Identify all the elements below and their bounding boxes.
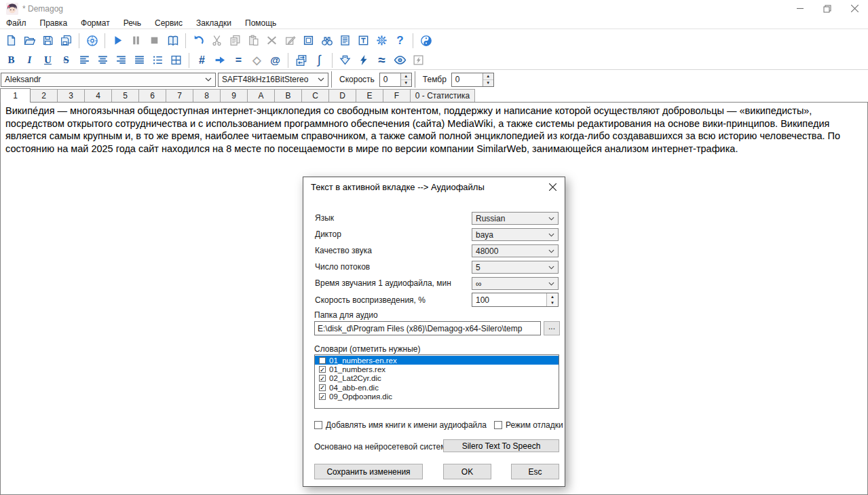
- playback-speed-spinner[interactable]: 100 ▲▼: [472, 293, 559, 307]
- open-file-button[interactable]: [20, 32, 39, 50]
- timbre-down-icon[interactable]: ▼: [483, 80, 493, 86]
- stop-button[interactable]: [145, 32, 164, 50]
- checkbox[interactable]: ✓: [319, 393, 326, 400]
- menu-format[interactable]: Формат: [74, 17, 117, 29]
- new-file-button[interactable]: [2, 32, 20, 50]
- menu-bookmarks[interactable]: Закладки: [189, 17, 238, 29]
- menu-file[interactable]: Файл: [0, 17, 33, 29]
- quality-select[interactable]: 48000: [472, 244, 559, 257]
- align-left-button[interactable]: [75, 52, 94, 69]
- tab-9[interactable]: 9: [220, 89, 248, 102]
- tab-7[interactable]: 7: [166, 89, 193, 102]
- timbre-spinner[interactable]: 0 ▲▼: [451, 73, 494, 87]
- speed-up-icon[interactable]: ▲: [547, 293, 558, 300]
- align-center-button[interactable]: [94, 52, 112, 69]
- tab-a[interactable]: A: [247, 89, 275, 102]
- checkbox[interactable]: ✓: [319, 384, 326, 391]
- checkbox[interactable]: ✓: [319, 375, 326, 382]
- tab-4[interactable]: 4: [84, 89, 112, 102]
- export-down-button[interactable]: [336, 52, 354, 69]
- title-bar[interactable]: * Demagog: [0, 0, 868, 17]
- justify-button[interactable]: [130, 52, 149, 69]
- help-button[interactable]: ?: [391, 32, 409, 50]
- voice-select[interactable]: Aleksandr: [1, 73, 216, 87]
- align-right-button[interactable]: [112, 52, 130, 69]
- integral-button[interactable]: ∫: [310, 52, 328, 69]
- duration-select[interactable]: ∞: [472, 277, 559, 290]
- checkbox[interactable]: [314, 421, 322, 429]
- speed-down-icon[interactable]: ▼: [401, 80, 411, 86]
- settings-button[interactable]: [373, 32, 391, 50]
- speed-up-icon[interactable]: ▲: [401, 73, 411, 80]
- dictionaries-list[interactable]: 01_numbers-en.rex ✓ 01_numbers.rex ✓ 02_…: [314, 354, 559, 409]
- paste-button[interactable]: [244, 32, 263, 50]
- close-button[interactable]: [841, 0, 868, 17]
- menu-edit[interactable]: Правка: [33, 17, 75, 29]
- save-button[interactable]: [39, 32, 57, 50]
- copy-replace-button[interactable]: [292, 52, 310, 69]
- list-item[interactable]: ✓ 09_Орфоэпия.dic: [315, 392, 559, 401]
- pause-button[interactable]: [127, 32, 145, 50]
- dialog-close-button[interactable]: [540, 177, 565, 197]
- list-item[interactable]: 01_numbers-en.rex: [315, 356, 559, 365]
- language-select[interactable]: Russian: [472, 212, 559, 225]
- at-button[interactable]: @: [266, 52, 284, 69]
- play-button[interactable]: [109, 32, 127, 50]
- yin-yang-button[interactable]: [417, 32, 435, 50]
- checkbox[interactable]: ✓: [319, 366, 326, 373]
- arrow-right-button[interactable]: [211, 52, 229, 69]
- menu-service[interactable]: Сервис: [148, 17, 189, 29]
- threads-select[interactable]: 5: [472, 261, 559, 274]
- tab-2[interactable]: 2: [30, 89, 58, 102]
- checkbox[interactable]: [319, 357, 326, 364]
- checkbox[interactable]: [494, 421, 502, 429]
- menu-speech[interactable]: Речь: [117, 17, 148, 29]
- folder-path-input[interactable]: E:\disk_d\Program Files (x86)\Demagog-x6…: [314, 321, 541, 335]
- frame-button[interactable]: [299, 32, 318, 50]
- menu-help[interactable]: Помощь: [238, 17, 283, 29]
- diamond-button[interactable]: ◇: [248, 52, 266, 69]
- find-button[interactable]: [318, 32, 336, 50]
- format-select[interactable]: SAFT48kHz16BitStereo: [218, 73, 328, 87]
- dialog-title-bar[interactable]: Текст в активной вкладке --> Аудиофайлы: [303, 177, 565, 197]
- append-book-name-checkbox[interactable]: Добавлять имя книги к имени аудиофайла: [314, 420, 487, 430]
- tab-c[interactable]: C: [301, 89, 329, 102]
- disc-button[interactable]: [83, 32, 101, 50]
- underline-button[interactable]: U: [39, 52, 57, 69]
- ok-button[interactable]: OK: [443, 464, 491, 479]
- copy-button[interactable]: [226, 32, 244, 50]
- tab-f[interactable]: F: [383, 89, 411, 102]
- tab-6[interactable]: 6: [138, 89, 166, 102]
- tab-1[interactable]: 1: [0, 88, 31, 103]
- restore-button[interactable]: [814, 0, 841, 17]
- undo-button[interactable]: [189, 32, 208, 50]
- list-item[interactable]: ✓ 02_Lat2Cyr.dic: [315, 374, 559, 383]
- tab-e[interactable]: E: [356, 89, 383, 102]
- tab-b[interactable]: B: [274, 89, 302, 102]
- browse-button[interactable]: ...: [544, 321, 560, 335]
- edit-button[interactable]: [281, 32, 299, 50]
- silero-button[interactable]: Silero Text To Speech: [443, 439, 559, 452]
- speaker-select[interactable]: baya: [472, 228, 559, 241]
- tab-3[interactable]: 3: [57, 89, 85, 102]
- list-item[interactable]: ✓ 01_numbers.rex: [315, 365, 559, 373]
- speed-spinner[interactable]: 0 ▲▼: [379, 73, 412, 87]
- tab-5[interactable]: 5: [111, 89, 139, 102]
- approx-button[interactable]: ≈: [373, 52, 391, 69]
- minimize-button[interactable]: [787, 0, 814, 17]
- lightning-boxed-button[interactable]: [409, 52, 428, 69]
- save-changes-button[interactable]: Сохранить изменения: [314, 464, 423, 479]
- text-box-button[interactable]: [354, 32, 373, 50]
- delete-button[interactable]: [263, 32, 281, 50]
- timbre-up-icon[interactable]: ▲: [483, 73, 493, 80]
- document-lines-button[interactable]: [336, 32, 354, 50]
- strikethrough-button[interactable]: S: [57, 52, 75, 69]
- cut-button[interactable]: [208, 32, 226, 50]
- lightning-button[interactable]: [354, 52, 373, 69]
- tab-8[interactable]: 8: [193, 89, 221, 102]
- bold-button[interactable]: B: [2, 52, 20, 69]
- tab-statistics[interactable]: 0 - Статистика: [410, 89, 475, 102]
- list-item[interactable]: ✓ 04_abb-en.dic: [315, 383, 559, 392]
- debug-mode-checkbox[interactable]: Режим отладки: [494, 420, 563, 430]
- list-button[interactable]: [149, 52, 167, 69]
